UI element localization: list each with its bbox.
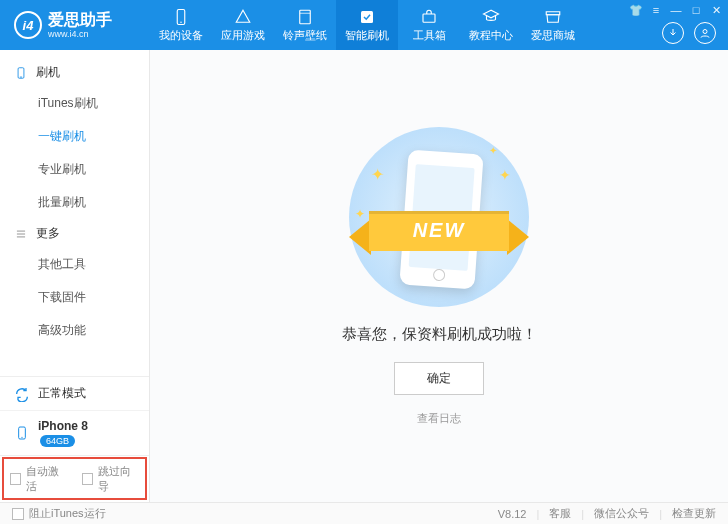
tab-my-device[interactable]: 我的设备 (150, 0, 212, 50)
minimize-icon[interactable]: — (670, 4, 682, 16)
version-label: V8.12 (498, 508, 527, 520)
tab-store[interactable]: 爱思商城 (522, 0, 584, 50)
checkbox-block-itunes[interactable]: 阻止iTunes运行 (12, 506, 106, 521)
tab-label: 智能刷机 (345, 28, 389, 43)
sidebar: 刷机 iTunes刷机 一键刷机 专业刷机 批量刷机 更多 其他工具 下载固件 … (0, 50, 150, 502)
success-illustration: ✦ ✦ ✦ ✦ NEW (349, 127, 529, 307)
skin-icon[interactable]: 👕 (630, 4, 642, 16)
ok-button[interactable]: 确定 (394, 362, 484, 395)
tab-label: 工具箱 (413, 28, 446, 43)
download-button[interactable] (662, 22, 684, 44)
wechat-link[interactable]: 微信公众号 (594, 506, 649, 521)
tab-apps[interactable]: 应用游戏 (212, 0, 274, 50)
tab-label: 爱思商城 (531, 28, 575, 43)
tab-label: 应用游戏 (221, 28, 265, 43)
device-row[interactable]: iPhone 8 64GB (0, 411, 149, 455)
main-body: 刷机 iTunes刷机 一键刷机 专业刷机 批量刷机 更多 其他工具 下载固件 … (0, 50, 728, 502)
sidebar-group-label: 刷机 (36, 64, 60, 81)
options-row: 自动激活 跳过向导 (0, 455, 149, 502)
main-content: ✦ ✦ ✦ ✦ NEW 恭喜您，保资料刷机成功啦！ 确定 查看日志 (150, 50, 728, 502)
sidebar-item-one-click-flash[interactable]: 一键刷机 (0, 120, 149, 153)
app-header: i4 爱思助手 www.i4.cn 我的设备 应用游戏 铃声壁纸 智能刷机 工具… (0, 0, 728, 50)
checkbox-icon (10, 473, 21, 485)
checkbox-icon (82, 473, 93, 485)
svg-point-5 (703, 30, 707, 34)
sidebar-group-more[interactable]: 更多 (0, 219, 149, 248)
device-name: iPhone 8 (38, 419, 88, 433)
maximize-icon[interactable]: □ (690, 4, 702, 16)
svg-rect-3 (361, 11, 373, 23)
ribbon-text: NEW (369, 211, 509, 251)
mode-label: 正常模式 (38, 385, 86, 402)
checkbox-auto-activate[interactable]: 自动激活 (10, 464, 68, 494)
tab-label: 我的设备 (159, 28, 203, 43)
list-icon (14, 227, 28, 241)
support-link[interactable]: 客服 (549, 506, 571, 521)
main-tabs: 我的设备 应用游戏 铃声壁纸 智能刷机 工具箱 教程中心 爱思商城 (150, 0, 584, 50)
sidebar-group-label: 更多 (36, 225, 60, 242)
sidebar-item-batch-flash[interactable]: 批量刷机 (0, 186, 149, 219)
sidebar-item-advanced[interactable]: 高级功能 (0, 314, 149, 347)
mode-row[interactable]: 正常模式 (0, 377, 149, 411)
svg-point-12 (21, 437, 22, 438)
header-actions (662, 22, 716, 44)
status-bar: 阻止iTunes运行 V8.12 | 客服 | 微信公众号 | 检查更新 (0, 502, 728, 524)
checkbox-label: 阻止iTunes运行 (29, 506, 106, 521)
sidebar-item-pro-flash[interactable]: 专业刷机 (0, 153, 149, 186)
phone-icon (14, 66, 28, 80)
device-status: 正常模式 iPhone 8 64GB (0, 376, 149, 455)
checkbox-label: 自动激活 (26, 464, 67, 494)
tab-flash[interactable]: 智能刷机 (336, 0, 398, 50)
sidebar-item-itunes-flash[interactable]: iTunes刷机 (0, 87, 149, 120)
tab-toolbox[interactable]: 工具箱 (398, 0, 460, 50)
tab-label: 铃声壁纸 (283, 28, 327, 43)
sidebar-item-other-tools[interactable]: 其他工具 (0, 248, 149, 281)
sidebar-group-flash[interactable]: 刷机 (0, 58, 149, 87)
svg-rect-4 (423, 14, 435, 22)
tab-label: 教程中心 (469, 28, 513, 43)
checkbox-label: 跳过向导 (98, 464, 139, 494)
app-url: www.i4.cn (48, 29, 112, 39)
view-log-link[interactable]: 查看日志 (417, 411, 461, 426)
tab-ringtones[interactable]: 铃声壁纸 (274, 0, 336, 50)
update-link[interactable]: 检查更新 (672, 506, 716, 521)
storage-badge: 64GB (40, 435, 75, 447)
checkbox-skip-wizard[interactable]: 跳过向导 (82, 464, 140, 494)
close-icon[interactable]: ✕ (710, 4, 722, 16)
window-controls: 👕 ≡ — □ ✕ (630, 4, 722, 16)
svg-rect-2 (300, 10, 311, 24)
logo-icon: i4 (14, 11, 42, 39)
tab-tutorials[interactable]: 教程中心 (460, 0, 522, 50)
refresh-icon (14, 386, 30, 402)
svg-point-1 (180, 21, 182, 23)
success-message: 恭喜您，保资料刷机成功啦！ (342, 325, 537, 344)
logo-area: i4 爱思助手 www.i4.cn (0, 11, 150, 39)
device-icon (14, 425, 30, 441)
menu-icon[interactable]: ≡ (650, 4, 662, 16)
checkbox-icon (12, 508, 24, 520)
app-name: 爱思助手 (48, 12, 112, 28)
sidebar-item-download-firmware[interactable]: 下载固件 (0, 281, 149, 314)
user-button[interactable] (694, 22, 716, 44)
